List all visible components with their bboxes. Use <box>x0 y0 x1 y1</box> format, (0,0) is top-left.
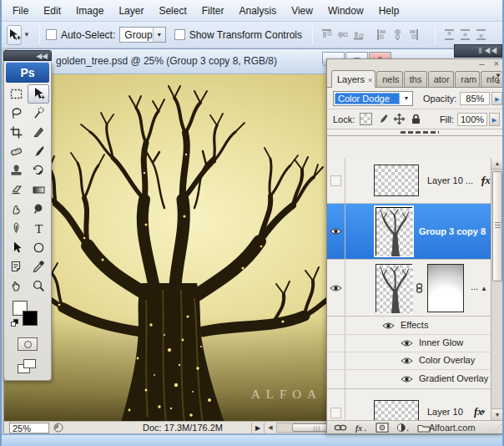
tool-preset-caret-icon[interactable]: ▼ <box>23 31 30 38</box>
menu-file[interactable]: File <box>5 0 36 22</box>
screen-mode-button[interactable] <box>18 359 38 374</box>
layer-row-masked[interactable]: ... ▲ <box>327 260 503 317</box>
brush-tool[interactable] <box>28 142 49 161</box>
effect-row-inner-glow[interactable]: Inner Glow <box>327 335 503 352</box>
menu-filter[interactable]: Filter <box>194 0 232 22</box>
panel-resize-grip[interactable]: ⋰ <box>495 423 501 431</box>
smudge-tool[interactable] <box>5 200 27 219</box>
toolbox-grip[interactable]: ◀◀ <box>3 50 52 61</box>
menu-window[interactable]: Window <box>320 0 371 22</box>
tab-histogram[interactable]: ram <box>455 71 480 87</box>
effect-visibility-eye-icon[interactable] <box>401 339 413 347</box>
visibility-eye-icon[interactable] <box>330 227 342 236</box>
tab-layers[interactable]: Layers× <box>331 70 375 88</box>
scroll-thumb[interactable] <box>492 171 502 281</box>
align-left-edges-icon[interactable] <box>376 28 387 41</box>
lock-pixels-icon[interactable] <box>376 113 389 125</box>
default-colors-icon[interactable] <box>11 319 18 327</box>
visibility-eye-icon[interactable] <box>330 284 342 292</box>
blend-mode-dropdown[interactable]: Color Dodge ▼ <box>333 91 413 106</box>
dodge-tool[interactable] <box>28 200 49 219</box>
scroll-down-arrow-icon[interactable]: ▼ <box>491 408 503 420</box>
layer-mask-thumbnail[interactable] <box>427 264 464 312</box>
align-bottom-edges-icon[interactable] <box>353 28 364 41</box>
crop-tool[interactable] <box>5 123 27 142</box>
collapse-arrows-icon[interactable]: ◀◀ <box>36 52 48 60</box>
layer-style-fx-icon[interactable]: fx <box>355 423 368 433</box>
scroll-up-arrow-icon[interactable]: ▲ <box>491 158 503 170</box>
version-cue-icon[interactable] <box>53 423 64 433</box>
opacity-field[interactable]: 85% <box>460 92 490 105</box>
layer-thumbnail[interactable] <box>374 165 419 196</box>
layer-thumbnail[interactable] <box>375 207 412 256</box>
layers-scrollbar[interactable]: ▲ ▼ <box>491 158 503 420</box>
align-top-edges-icon[interactable] <box>321 28 332 41</box>
panel-menu-icon[interactable]: ▼≡ <box>495 73 501 86</box>
scroll-left-arrow-icon[interactable]: ◀ <box>265 424 276 431</box>
lock-position-icon[interactable] <box>393 113 406 125</box>
effects-visibility-eye-icon[interactable] <box>382 322 395 330</box>
move-tool[interactable] <box>28 84 49 104</box>
rectangular-marquee-tool[interactable] <box>5 84 27 104</box>
fx-collapse-arrow-icon[interactable]: ▲ <box>481 285 487 292</box>
add-layer-mask-icon[interactable] <box>375 423 389 433</box>
menu-layer[interactable]: Layer <box>111 0 151 22</box>
type-tool[interactable]: T <box>28 219 49 238</box>
menu-view[interactable]: View <box>284 0 320 22</box>
distribute-vertical-centers-icon[interactable] <box>460 28 471 41</box>
lasso-tool[interactable] <box>5 104 27 123</box>
layer-row-group3copy8[interactable]: Group 3 copy 8 <box>327 204 503 260</box>
opacity-slider-arrow-icon[interactable]: ▶ <box>491 92 502 105</box>
gradient-tool[interactable] <box>28 180 49 200</box>
background-color-swatch[interactable] <box>23 311 38 326</box>
blend-dropdown-arrow-icon[interactable]: ▼ <box>401 95 412 101</box>
spot-healing-brush-tool[interactable] <box>5 142 27 161</box>
fill-field[interactable]: 100% <box>457 113 487 126</box>
link-layers-icon[interactable] <box>334 423 347 433</box>
distribute-top-edges-icon[interactable] <box>444 28 455 41</box>
adjustment-layer-icon[interactable] <box>396 423 410 433</box>
zoom-tool[interactable] <box>28 276 49 296</box>
align-horizontal-centers-icon[interactable] <box>392 28 403 41</box>
effect-visibility-eye-icon[interactable] <box>401 357 413 365</box>
effect-visibility-eye-icon[interactable] <box>401 375 413 383</box>
dock-grip[interactable]: ⦀ ◀◀ <box>454 44 502 58</box>
status-flyout-arrow-icon[interactable]: ▶ <box>251 423 265 433</box>
auto-select-dropdown[interactable]: Group ▼ <box>119 27 165 43</box>
menu-select[interactable]: Select <box>151 0 194 22</box>
layer-thumbnail[interactable] <box>375 264 412 312</box>
mask-link-icon[interactable] <box>415 283 424 293</box>
effects-header-row[interactable]: Effects <box>327 317 503 335</box>
align-right-edges-icon[interactable] <box>408 28 419 41</box>
show-transform-checkbox[interactable] <box>174 29 185 40</box>
ellipse-shape-tool[interactable] <box>28 238 49 257</box>
tab-navigator[interactable]: ator <box>428 71 455 87</box>
effect-row-color-overlay[interactable]: Color Overlay <box>327 352 503 370</box>
clone-stamp-tool[interactable] <box>5 161 27 180</box>
distribute-bottom-edges-icon[interactable] <box>476 28 486 41</box>
tab-paths[interactable]: ths <box>404 71 427 87</box>
hand-tool[interactable] <box>5 276 27 296</box>
menu-analysis[interactable]: Analysis <box>231 0 284 22</box>
zoom-level-field[interactable]: 25% <box>9 423 49 433</box>
layer-row-layer10-top[interactable]: Layer 10 ... fx ▼ <box>327 158 503 204</box>
move-tool-preset-icon[interactable] <box>7 25 22 45</box>
layer-thumbnail[interactable] <box>374 400 419 420</box>
fx-collapse-arrow-icon[interactable]: ▼ <box>480 408 486 416</box>
slice-tool[interactable] <box>28 123 49 142</box>
notes-tool[interactable] <box>5 257 27 276</box>
effect-row-gradient-overlay[interactable]: Gradient Overlay <box>327 370 503 389</box>
fx-collapse-arrow-icon[interactable]: ▼ <box>480 177 486 185</box>
dropdown-arrow-icon[interactable]: ▼ <box>153 28 165 42</box>
tab-channels[interactable]: nels <box>376 71 403 87</box>
eraser-tool[interactable] <box>5 180 27 200</box>
panel-close-button[interactable]: × <box>494 58 499 68</box>
visibility-toggle-empty[interactable] <box>330 175 341 186</box>
eyedropper-tool[interactable] <box>28 257 49 276</box>
layer-row-layer10-bottom[interactable]: Layer 10 fx ▼ <box>327 389 503 420</box>
path-selection-tool[interactable] <box>5 238 27 257</box>
menu-edit[interactable]: Edit <box>36 0 68 22</box>
align-vertical-centers-icon[interactable] <box>337 28 348 41</box>
auto-select-checkbox[interactable] <box>46 29 57 40</box>
quick-mask-mode-button[interactable] <box>18 337 38 351</box>
